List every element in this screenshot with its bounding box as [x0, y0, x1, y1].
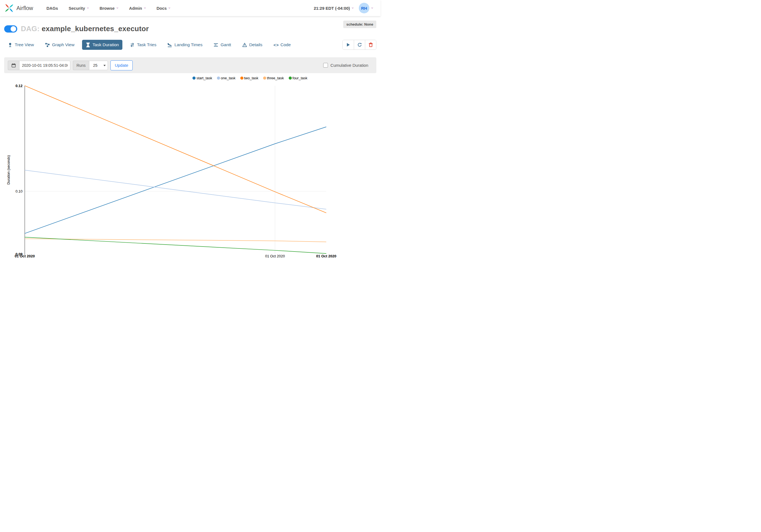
- nav-item-security[interactable]: Security: [69, 6, 89, 11]
- retries-icon: [130, 42, 135, 47]
- series-line-four_task[interactable]: [25, 237, 326, 254]
- update-button[interactable]: Update: [110, 60, 133, 70]
- runs-group: Runs 25: [73, 61, 108, 70]
- tab-label: Task Duration: [92, 42, 119, 47]
- nav-item-label: DAGs: [46, 6, 58, 11]
- nav-item-label: Docs: [156, 6, 167, 11]
- y-tick-label: 0.10: [16, 189, 23, 193]
- series-line-two_task[interactable]: [25, 86, 326, 213]
- trigger-dag-button[interactable]: [343, 40, 354, 49]
- x-tick-label: 01 Oct 2020: [15, 254, 35, 258]
- brand-name: Airflow: [17, 5, 33, 11]
- delete-dag-button[interactable]: [365, 40, 376, 49]
- chevron-down-icon: [144, 8, 146, 9]
- tab-graph-view[interactable]: Graph View: [41, 40, 78, 50]
- tab-gantt[interactable]: Gantt: [210, 40, 235, 50]
- view-tabs-row: Tree ViewGraph ViewTask DurationTask Tri…: [4, 40, 376, 50]
- base-date-input[interactable]: [19, 61, 70, 70]
- tab-code[interactable]: <>Code: [270, 40, 294, 50]
- chevron-down-icon: [371, 8, 373, 9]
- avatar: RH: [359, 3, 369, 13]
- filter-bar: Runs 25 Update Cumulative Duration: [4, 57, 376, 73]
- y-tick-label: 0.12: [16, 84, 23, 88]
- navbar-right: 21:29 EDT (-04:00) RH: [314, 3, 373, 13]
- warning-triangle-icon: [242, 42, 247, 47]
- base-date-group: [8, 61, 70, 70]
- runs-select-wrap: 25: [89, 61, 108, 70]
- hourglass-icon: [86, 42, 90, 47]
- cumulative-duration-control[interactable]: Cumulative Duration: [323, 63, 368, 68]
- tab-label: Gantt: [220, 42, 231, 47]
- nav-item-dags[interactable]: DAGs: [46, 6, 58, 11]
- tab-label: Tree View: [15, 42, 34, 47]
- code-icon: <>: [273, 42, 278, 47]
- duration-chart-svg[interactable]: 0.120.100.0901 Oct 202001 Oct 202001 Oct…: [4, 73, 385, 260]
- refresh-dag-button[interactable]: [354, 40, 365, 49]
- airflow-home-link[interactable]: Airflow: [4, 3, 33, 13]
- main-nav: DAGsSecurityBrowseAdminDocs: [46, 6, 170, 11]
- calendar-icon[interactable]: [8, 61, 19, 70]
- tab-label: Landing Times: [174, 42, 203, 47]
- tab-label: Code: [280, 42, 291, 47]
- series-line-three_task[interactable]: [25, 239, 326, 242]
- clock-dropdown[interactable]: 21:29 EDT (-04:00): [314, 6, 354, 11]
- tab-details[interactable]: Details: [239, 40, 266, 50]
- runs-label: Runs: [73, 61, 89, 70]
- tab-label: Graph View: [52, 42, 75, 47]
- dag-title-prefix: DAG:: [21, 25, 39, 33]
- nav-item-label: Security: [69, 6, 85, 11]
- tab-landing-times[interactable]: Landing Times: [164, 40, 206, 50]
- dag-id: example_kubernetes_executor: [42, 25, 149, 33]
- chevron-down-icon: [352, 8, 354, 9]
- pin-icon: [8, 42, 13, 47]
- airflow-pinwheel-logo-icon: [4, 3, 14, 13]
- nav-item-admin[interactable]: Admin: [129, 6, 146, 11]
- view-tabs: Tree ViewGraph ViewTask DurationTask Tri…: [4, 40, 294, 50]
- schedule-badge: schedule: None: [343, 21, 376, 28]
- user-menu[interactable]: RH: [359, 3, 373, 13]
- clock-text: 21:29 EDT (-04:00): [314, 6, 350, 11]
- x-tick-label: 01 Oct 2020: [265, 254, 285, 258]
- top-navbar: Airflow DAGsSecurityBrowseAdminDocs 21:2…: [0, 0, 380, 16]
- gantt-icon: [213, 42, 218, 47]
- graph-icon: [45, 42, 50, 47]
- dag-title-row: DAG: example_kubernetes_executor schedul…: [4, 16, 376, 33]
- tab-tree-view[interactable]: Tree View: [4, 40, 37, 50]
- tab-task-tries[interactable]: Task Tries: [126, 40, 160, 50]
- y-axis-title: Duration (seconds): [7, 155, 11, 185]
- tab-task-duration[interactable]: Task Duration: [82, 40, 123, 50]
- nav-item-label: Browse: [99, 6, 115, 11]
- nav-item-docs[interactable]: Docs: [156, 6, 171, 11]
- chevron-down-icon: [87, 8, 89, 9]
- play-icon: [346, 42, 350, 47]
- dag-pause-toggle[interactable]: [4, 25, 17, 32]
- page-title: DAG: example_kubernetes_executor: [21, 25, 149, 33]
- plane-landing-icon: [167, 42, 172, 47]
- task-duration-chart: start_taskone_tasktwo_taskthree_taskfour…: [4, 73, 376, 260]
- nav-item-browse[interactable]: Browse: [99, 6, 118, 11]
- series-line-start_task[interactable]: [25, 127, 326, 233]
- cumulative-checkbox[interactable]: [323, 63, 328, 68]
- chevron-down-icon: [116, 8, 118, 9]
- chevron-down-icon: [168, 8, 170, 9]
- tab-label: Task Tries: [137, 42, 156, 47]
- nav-item-label: Admin: [129, 6, 142, 11]
- dag-content: DAG: example_kubernetes_executor schedul…: [0, 16, 380, 260]
- dag-action-buttons: [342, 40, 376, 50]
- airflow-dag-page: Airflow DAGsSecurityBrowseAdminDocs 21:2…: [0, 0, 380, 266]
- tab-label: Details: [249, 42, 262, 47]
- refresh-icon: [357, 42, 362, 47]
- trash-icon: [369, 42, 373, 47]
- series-line-one_task[interactable]: [25, 170, 326, 209]
- runs-select[interactable]: 25: [89, 61, 108, 70]
- x-tick-label: 01 Oct 2020: [316, 254, 336, 258]
- cumulative-label: Cumulative Duration: [330, 63, 368, 68]
